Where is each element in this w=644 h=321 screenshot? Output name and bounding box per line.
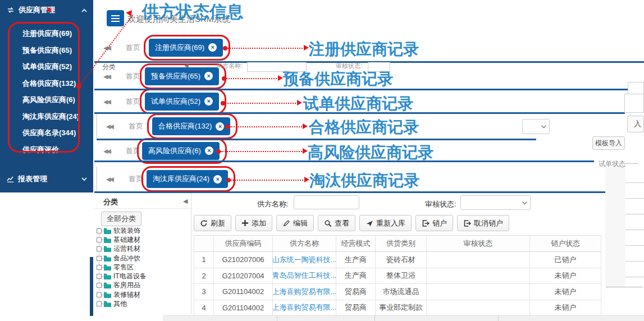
- chevron-down-icon: [541, 125, 547, 129]
- collapse-tabs-icon[interactable]: ◀◀: [106, 123, 112, 130]
- home-tab[interactable]: 首页: [129, 121, 143, 131]
- tree-expand-icon[interactable]: [97, 265, 102, 270]
- collapse-tabs-icon[interactable]: ◀◀: [103, 72, 109, 80]
- category-tree: 软装装饰 基础建材 运营耗材 食品冲饮 零售区 IT电器设备 客房用品 装修辅材…: [97, 226, 147, 309]
- close-tab-icon[interactable]: ×: [204, 72, 213, 80]
- tab-trial-suppliers[interactable]: 试单供应商(52)×: [145, 93, 219, 111]
- tree-expand-icon[interactable]: [97, 246, 102, 251]
- supplier-name-link[interactable]: 山东统一陶瓷科技...: [273, 252, 336, 268]
- restock-button[interactable]: 重新入库: [359, 215, 412, 231]
- annotation-dotted-line: [226, 78, 279, 79]
- sidebar-item-reserve-suppliers[interactable]: 预备供应商(65): [0, 42, 93, 59]
- cancel-close-account-button[interactable]: 取消销户: [457, 215, 509, 231]
- column-header-code[interactable]: 供应商编码: [214, 236, 273, 251]
- audit-status-select[interactable]: [460, 195, 531, 210]
- dropdown-fragment[interactable]: [522, 119, 550, 134]
- home-tab[interactable]: 首页: [126, 43, 140, 53]
- magnifier-icon: [324, 219, 332, 227]
- supplier-name-input[interactable]: [294, 195, 359, 209]
- folder-icon: [104, 237, 111, 243]
- import-button-fragment[interactable]: 入: [627, 116, 644, 132]
- tree-expand-icon[interactable]: [97, 274, 102, 279]
- close-tab-icon[interactable]: ×: [208, 43, 217, 52]
- annotation-dotted-line: [230, 126, 304, 127]
- add-button[interactable]: 添加: [235, 215, 272, 231]
- close-tab-icon[interactable]: ×: [204, 97, 213, 106]
- close-account-button[interactable]: 销户: [415, 215, 453, 231]
- collapse-tabs-icon[interactable]: ◀◀: [103, 98, 109, 105]
- template-import-button[interactable]: 模板导入: [592, 136, 625, 150]
- tree-item-operating-consumables[interactable]: 运营耗材: [97, 245, 147, 254]
- chevron-down-icon[interactable]: [81, 177, 88, 182]
- tab-registered-suppliers[interactable]: 注册供应商(69)×: [149, 39, 223, 57]
- tree-expand-icon[interactable]: [97, 283, 102, 288]
- tab-reserve-suppliers[interactable]: 预备供应商(65)×: [145, 67, 219, 85]
- logout-box-icon: [463, 219, 471, 227]
- edit-button[interactable]: 编辑: [276, 215, 314, 231]
- column-header-status[interactable]: 销户状态: [530, 236, 601, 251]
- tree-item-renovation-materials[interactable]: 装修辅材: [97, 290, 147, 299]
- collapse-tabs-icon[interactable]: ◀◀: [106, 176, 112, 183]
- annotation-registered-note: 注册供应商记录: [309, 39, 419, 60]
- collapse-tabs-icon[interactable]: ◀◀: [103, 147, 109, 154]
- sidebar-item-trial-suppliers[interactable]: 试单供应商(52): [0, 58, 93, 75]
- tree-expand-icon[interactable]: [97, 237, 102, 242]
- folder-icon: [104, 273, 111, 279]
- home-tab[interactable]: 首页: [129, 174, 143, 184]
- chart-icon: [7, 176, 14, 182]
- close-tab-icon[interactable]: ×: [213, 175, 222, 184]
- panel-collapse-icon[interactable]: ◀: [183, 198, 188, 205]
- sidebar-item-highrisk-suppliers[interactable]: 高风险供应商(6): [0, 91, 93, 108]
- tree-item-food-beverage[interactable]: 食品冲饮: [97, 254, 147, 263]
- column-header-category[interactable]: 供货类别: [376, 236, 427, 251]
- supplier-name-link[interactable]: 上海喜购贸易有限...: [273, 284, 336, 300]
- column-header-audit[interactable]: 审核状态: [427, 236, 530, 251]
- window-edge-fragment: [90, 257, 93, 316]
- sidebar-section-report-management[interactable]: 报表管理: [0, 169, 93, 189]
- sidebar-item-registered-suppliers[interactable]: 注册供应商(69): [0, 25, 93, 42]
- tree-item-it-equipment[interactable]: IT电器设备: [97, 272, 147, 281]
- tree-expand-icon[interactable]: [97, 256, 102, 261]
- column-header-name[interactable]: 供方名称: [273, 236, 336, 251]
- table-row[interactable]: 2 G210207004 青岛品智住工科技... 生产商 整体卫浴 未销户: [194, 268, 601, 285]
- close-tab-icon[interactable]: ×: [205, 146, 213, 155]
- tree-item-basic-materials[interactable]: 基础建材: [97, 235, 147, 244]
- horizontal-scrollbar[interactable]: [163, 315, 644, 321]
- table-row[interactable]: 3 G201104002 上海喜购贸易有限... 贸易商 市场流通品 未销户: [194, 284, 601, 300]
- tree-item-soft-decor[interactable]: 软装装饰: [97, 226, 147, 235]
- sidebar-item-supplier-evaluation[interactable]: 供应商评价: [0, 141, 93, 158]
- annotation-red-dot: [47, 8, 51, 12]
- menu-toggle-button[interactable]: [107, 10, 124, 26]
- sidebar-item-supplier-directory[interactable]: 供应商名录(344): [0, 125, 93, 141]
- view-button[interactable]: 查看: [318, 215, 355, 231]
- tab-highrisk-suppliers[interactable]: 高风险供应商(6)×: [142, 142, 220, 160]
- sidebar-section-supplier-management[interactable]: 供应商管理: [0, 0, 93, 20]
- supplier-name-link[interactable]: 上海喜购贸易有限...: [273, 300, 336, 316]
- sidebar: 供应商管理 注册供应商(69) 预备供应商(65) 试单供应商(52) 合格供应…: [0, 0, 93, 192]
- tree-expand-icon[interactable]: [97, 301, 102, 306]
- tree-expand-icon[interactable]: [97, 292, 102, 297]
- line-fragment: [624, 163, 638, 164]
- all-categories-button[interactable]: 全部分类: [101, 212, 141, 226]
- refresh-button[interactable]: 刷新: [194, 215, 231, 231]
- home-tab[interactable]: 首页: [126, 97, 140, 107]
- tree-item-other[interactable]: 其他: [97, 299, 147, 308]
- table-row[interactable]: 1 G210207006 山东统一陶瓷科技... 生产商 瓷砖石材 已销户: [194, 252, 601, 268]
- tree-item-retail-zone[interactable]: 零售区: [97, 263, 147, 272]
- sidebar-item-eliminated-suppliers[interactable]: 淘汰库供应商(24): [0, 108, 93, 125]
- annotation-arrowhead: [303, 148, 308, 154]
- tab-eliminated-suppliers[interactable]: 淘汰库供应商(24)×: [147, 170, 228, 188]
- tree-expand-icon[interactable]: [97, 228, 102, 233]
- tree-item-guestroom-supplies[interactable]: 客房用品: [97, 281, 147, 290]
- close-tab-icon[interactable]: ×: [216, 122, 224, 131]
- column-header-mode[interactable]: 经营模式: [336, 236, 376, 251]
- annotation-arrowhead: [303, 123, 308, 129]
- tab-qualified-suppliers[interactable]: 合格供应商(132)×: [152, 117, 230, 135]
- line-fragment: [606, 287, 643, 287]
- chevron-up-icon[interactable]: [81, 8, 88, 13]
- home-tab[interactable]: 首页: [126, 71, 140, 81]
- annotation-red-dot: [222, 76, 226, 81]
- home-tab[interactable]: 首页: [126, 146, 140, 156]
- table-row[interactable]: 4 G201104002 上海喜购贸易有限... 贸易商 事业部定制款 未销户: [194, 300, 601, 317]
- supplier-name-link[interactable]: 青岛品智住工科技...: [273, 268, 336, 284]
